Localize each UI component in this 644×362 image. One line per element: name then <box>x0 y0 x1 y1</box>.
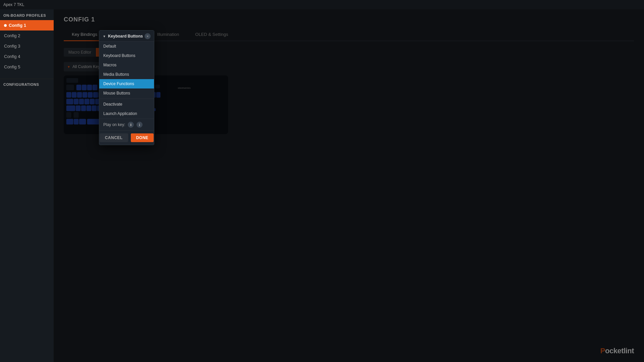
category-media-buttons[interactable]: Media Buttons <box>99 70 154 79</box>
titlebar: Apex 7 TKL <box>0 0 644 9</box>
category-mouse-buttons[interactable]: Mouse Buttons <box>99 88 154 98</box>
play-on-key-label: Play on key: <box>103 122 125 127</box>
category-keyboard-buttons[interactable]: Keyboard Buttons <box>99 51 154 60</box>
title-text: Apex 7 TKL <box>3 2 24 7</box>
sidebar-item-config4[interactable]: Config 4 <box>0 51 54 62</box>
sidebar-item-config5[interactable]: Config 5 <box>0 62 54 72</box>
sidebar: ON-BOARD PROFILES Config 1 Config 2 Conf… <box>0 9 54 362</box>
config5-label: Config 5 <box>4 64 20 69</box>
chevron-down-icon: ▼ <box>103 35 106 38</box>
category-list: Default Keyboard Buttons Macros Media Bu… <box>99 42 154 119</box>
cancel-button[interactable]: CANCEL <box>100 133 128 142</box>
keyboard-buttons-dialog: ▼ Keyboard Buttons × Default Keyboard Bu… <box>99 30 154 145</box>
play-down-icon[interactable]: ⬇ <box>128 122 134 128</box>
play-on-key-row: Play on key: ⬇ ℹ <box>99 119 154 130</box>
item-launch-application[interactable]: Launch Application <box>99 109 154 118</box>
category-device-functions[interactable]: Device Functions <box>99 79 154 88</box>
sidebar-item-config3[interactable]: Config 3 <box>0 41 54 51</box>
config1-label: Config 1 <box>9 23 26 28</box>
dialog-footer: CANCEL DONE <box>99 130 154 145</box>
configurations-header: CONFIGURATIONS <box>0 79 54 89</box>
category-macros[interactable]: Macros <box>99 60 154 70</box>
sidebar-item-config2[interactable]: Config 2 <box>0 31 54 41</box>
item-deactivate[interactable]: Deactivate <box>99 100 154 109</box>
list-divider <box>99 99 154 99</box>
dialog-title: Keyboard Buttons <box>108 34 143 39</box>
config4-label: Config 4 <box>4 54 20 59</box>
category-default[interactable]: Default <box>99 42 154 51</box>
sidebar-item-config1[interactable]: Config 1 <box>0 20 54 31</box>
play-info-icon[interactable]: ℹ <box>137 122 143 128</box>
active-indicator <box>4 24 7 27</box>
config3-label: Config 3 <box>4 44 20 49</box>
profiles-header: ON-BOARD PROFILES <box>0 9 54 20</box>
dialog-header: ▼ Keyboard Buttons × <box>99 31 154 42</box>
config2-label: Config 2 <box>4 33 20 38</box>
dialog-close-button[interactable]: × <box>145 33 151 39</box>
done-button[interactable]: DONE <box>131 133 154 142</box>
